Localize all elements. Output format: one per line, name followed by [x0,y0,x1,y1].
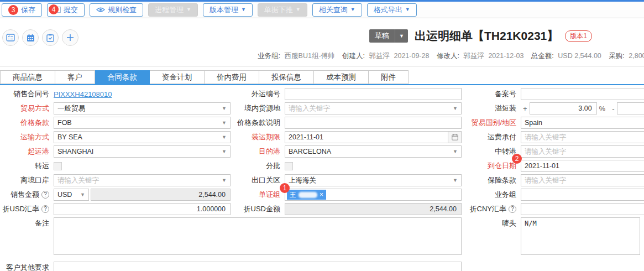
tab-fund-plan[interactable]: 资金计划 [150,70,205,84]
save-button-label: 保存 [21,5,35,15]
tab-attachments[interactable]: 附件 [369,70,409,84]
add-icon-button[interactable] [62,29,78,46]
tab-bar: 商品信息 客户 合同条款 资金计划 价内费用 投保信息 成本预测 附件 [0,70,644,85]
batch-checkbox[interactable] [285,162,293,170]
cny-rate-input[interactable] [521,203,644,215]
status-badge: 草稿 [369,29,395,43]
redacted-text [299,192,317,198]
usd-rate-label: 折USD汇率 ? [0,204,54,214]
meta-purchase-label: 采购: [609,52,624,60]
field-departure-port: 起运港 SHANGHAI ▼ [0,144,231,159]
meta-modifier-label: 修改人: [437,52,459,60]
business-group-input[interactable] [521,189,644,201]
tab-customer[interactable]: 客户 [55,70,95,84]
version-mgmt-button[interactable]: 版本管理 ▼ [203,3,253,17]
more-less-minus-input[interactable] [617,102,644,114]
chevron-down-icon: ▼ [296,7,301,12]
sales-contract-link[interactable]: PIXXXH42108010 [54,90,112,98]
remove-tag-icon[interactable]: × [320,191,323,199]
chevron-down-icon: ▼ [222,120,227,126]
quick-action-buttons [2,29,78,46]
freight-payment-select[interactable]: 请输入关键字 [521,131,644,143]
trade-country-input[interactable]: Spain [521,117,644,129]
related-query-button[interactable]: 相关查询 ▼ [312,3,362,17]
eye-icon [96,7,105,13]
submit-button-label: 提交 [64,5,78,15]
trade-mode-label: 贸易方式 [0,103,54,113]
chevron-down-icon: ▼ [222,106,227,111]
warehouse-date-input[interactable]: 2021-11-01 [521,160,644,172]
transship-label: 转运 [0,161,54,171]
chevron-down-icon: ▼ [186,7,191,12]
field-warehouse-date: 2 到仓日期 2021-11-01 [463,159,644,173]
remarks-textarea[interactable] [54,217,462,255]
meta-creator-label: 创建人: [342,52,365,60]
transit-port-select[interactable]: 请输入关键字 [521,145,644,158]
page-title: 出运明细单【TH21K0231】 [415,28,558,44]
calendar-picker-button[interactable] [448,132,461,143]
rule-check-button[interactable]: 规则检查 [90,3,143,17]
trade-country-label: 贸易国别/地区 [463,118,521,128]
exit-port-select[interactable]: 请输入关键字 ▼ [54,174,231,186]
tab-cost-forecast[interactable]: 成本预测 [314,70,369,84]
meta-created-date: 2021-09-28 [394,52,430,60]
insurance-terms-select[interactable]: 请输入关键字 [521,174,644,186]
export-customs-label: 出口关区 [232,175,285,185]
doc-pushdown-button[interactable]: 单据下推 ▼ [258,3,307,17]
submit-button[interactable]: 4 提交 [47,3,85,17]
field-exit-port: 离境口岸 请输入关键字 ▼ [0,173,231,187]
export-customs-select[interactable]: 上海海关 ▼ [285,174,462,186]
domestic-source-select[interactable]: 请输入关键字 ▼ [285,102,462,114]
record-no-input[interactable] [521,88,644,100]
form-column-left: 销售合同号 PIXXXH42108010 贸易方式 一般贸易 ▼ 价格条款 FO… [0,87,231,271]
transship-checkbox[interactable] [54,162,62,170]
meta-purchase-value: 2,800.0 [629,52,644,60]
tab-product-info[interactable]: 商品信息 [0,70,55,84]
departure-port-select[interactable]: SHANGHAI ▼ [54,145,231,158]
ext-shipping-no-input[interactable] [285,88,462,100]
save-button[interactable]: 3 保存 [2,3,42,17]
currency-select[interactable]: USD ▼ [54,189,89,201]
trade-mode-select[interactable]: 一般贸易 ▼ [54,102,231,114]
chevron-down-icon: ▼ [405,7,410,12]
format-export-button[interactable]: 格式导出 ▼ [367,3,417,17]
field-remarks: 备注 [0,216,231,257]
form-column-right: 备案号 溢短装 + 3.00 % - 贸易国别/地区 Spain 运费承付 请输… [463,87,644,257]
process-mgmt-button[interactable]: 进程管理 ▼ [148,3,198,17]
price-terms-desc-label: 价格条款说明 [232,118,285,128]
record-no-label: 备案号 [463,89,521,99]
field-cny-rate: 折CNY汇率 ? [463,202,644,216]
help-icon[interactable]: ? [41,205,49,213]
field-trade-country: 贸易国别/地区 Spain [463,116,644,130]
chevron-down-icon: ▼ [241,7,246,12]
tab-price-fees[interactable]: 价内费用 [205,70,259,84]
doc-group-tag: 王 × [287,190,326,200]
chevron-down-icon: ▼ [453,106,458,111]
help-icon[interactable]: ? [509,205,516,213]
tab-contract-terms[interactable]: 合同条款 [95,70,150,84]
usd-rate-input[interactable]: 1.000000 [54,203,231,215]
meta-total-value: USD 2,544.00 [558,52,601,60]
dest-port-select[interactable]: BARCELONA ▼ [285,145,462,158]
help-icon[interactable]: ? [41,191,49,199]
field-more-less: 溢短装 + 3.00 % - [463,101,644,116]
minus-sign: - [612,105,614,113]
customer-other-input[interactable] [54,262,462,271]
more-less-plus-input[interactable]: 3.00 [530,102,597,114]
freight-payment-label: 运费承付 [463,132,521,142]
price-terms-select[interactable]: FOB ▼ [54,117,231,129]
clipboard-check-icon-button[interactable] [42,29,59,46]
shipping-mark-textarea[interactable]: N/M [521,217,640,255]
calendar-icon-button[interactable] [22,29,39,46]
price-terms-desc-input[interactable] [285,117,462,129]
transport-mode-select[interactable]: BY SEA ▼ [54,131,231,143]
doc-group-input[interactable]: 王 × [285,189,462,201]
meta-group-label: 业务组: [258,52,280,60]
shipment-deadline-input[interactable]: 2021-11-01 [285,131,462,143]
tab-insurance-info[interactable]: 投保信息 [259,70,314,84]
freight-payment-placeholder: 请输入关键字 [525,133,566,142]
warehouse-date-step-badge: 2 [512,154,522,164]
form-list-icon-button[interactable] [2,29,19,46]
warehouse-date-label: 到仓日期 [463,161,521,171]
status-dropdown-button[interactable]: 草稿 ▼ [369,29,408,43]
